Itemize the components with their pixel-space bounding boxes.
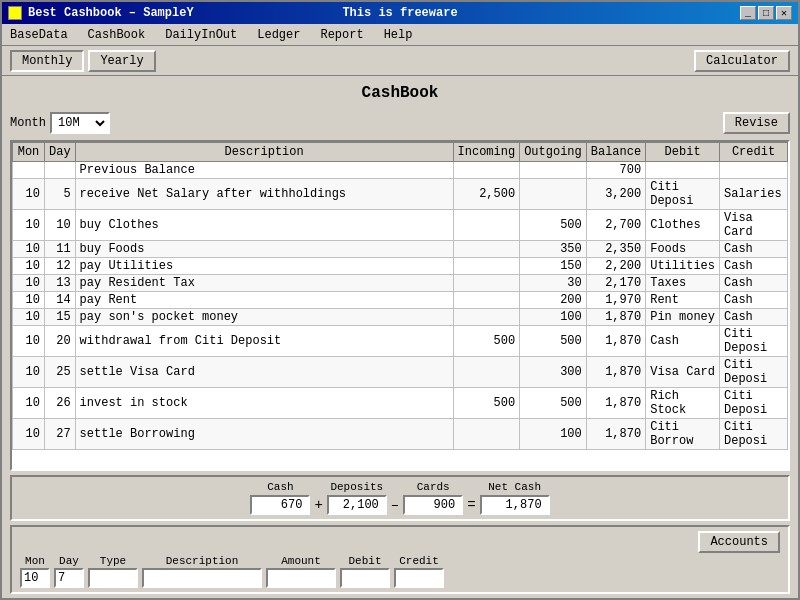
input-amount-group: Amount <box>266 555 336 588</box>
col-incoming: Incoming <box>453 143 520 162</box>
col-debit: Debit <box>646 143 720 162</box>
col-desc: Description <box>75 143 453 162</box>
table-row[interactable]: Previous Balance700 <box>13 162 788 179</box>
input-debit-group: Debit <box>340 555 390 588</box>
input-debit[interactable] <box>340 568 390 588</box>
input-debit-label: Debit <box>348 555 381 567</box>
toolbar: Monthly Yearly Calculator <box>2 46 798 76</box>
col-outgoing: Outgoing <box>520 143 587 162</box>
table-row[interactable]: 1020withdrawal from Citi Deposit5005001,… <box>13 326 788 357</box>
minus-sign: – <box>391 497 399 513</box>
content-area: CashBook Month 10M 1M2M3M 4M5M6M 7M8M9M … <box>2 76 798 598</box>
col-mon: Mon <box>13 143 45 162</box>
cashbook-table: Mon Day Description Incoming Outgoing Ba… <box>12 142 788 450</box>
input-amount-label: Amount <box>281 555 321 567</box>
revise-button[interactable]: Revise <box>723 112 790 134</box>
month-selector: Month 10M 1M2M3M 4M5M6M 7M8M9M 11M12M <box>10 112 110 134</box>
page-title: CashBook <box>10 80 790 106</box>
col-balance: Balance <box>586 143 645 162</box>
netcash-value: 1,870 <box>480 495 550 515</box>
input-mon-group: Mon <box>20 555 50 588</box>
app-icon <box>8 6 22 20</box>
input-mon[interactable] <box>20 568 50 588</box>
menu-help[interactable]: Help <box>380 26 417 44</box>
cashbook-table-container: Mon Day Description Incoming Outgoing Ba… <box>10 140 790 471</box>
calculator-button[interactable]: Calculator <box>694 50 790 72</box>
summary-bar: Cash 670 + Deposits 2,100 – Cards 900 = … <box>10 475 790 521</box>
month-select[interactable]: 10M 1M2M3M 4M5M6M 7M8M9M 11M12M <box>50 112 110 134</box>
table-row[interactable]: 1011buy Foods3502,350FoodsCash <box>13 241 788 258</box>
netcash-summary: Net Cash 1,870 <box>480 481 550 515</box>
table-row[interactable]: 1010buy Clothes5002,700ClothesVisa Card <box>13 210 788 241</box>
plus-sign: + <box>314 497 322 513</box>
month-label: Month <box>10 116 46 130</box>
input-desc-group: Description <box>142 555 262 588</box>
menu-cashbook[interactable]: CashBook <box>84 26 150 44</box>
col-day: Day <box>45 143 76 162</box>
input-credit-group: Credit <box>394 555 444 588</box>
table-row[interactable]: 1027settle Borrowing1001,870Citi BorrowC… <box>13 419 788 450</box>
title-bar-left: Best Cashbook – SampleY <box>8 6 194 20</box>
table-row[interactable]: 1012pay Utilities1502,200UtilitiesCash <box>13 258 788 275</box>
table-row[interactable]: 1013pay Resident Tax302,170TaxesCash <box>13 275 788 292</box>
input-amount[interactable] <box>266 568 336 588</box>
input-fields: Mon Day Type Description Amount <box>20 555 780 588</box>
equals-sign: = <box>467 497 475 513</box>
table-row[interactable]: 1026invest in stock5005001,870Rich Stock… <box>13 388 788 419</box>
input-mon-label: Mon <box>25 555 45 567</box>
accounts-button[interactable]: Accounts <box>698 531 780 553</box>
close-btn[interactable]: ✕ <box>776 6 792 20</box>
table-row[interactable]: 1025settle Visa Card3001,870Visa CardCit… <box>13 357 788 388</box>
menu-basedata[interactable]: BaseData <box>6 26 72 44</box>
input-type[interactable] <box>88 568 138 588</box>
month-row: Month 10M 1M2M3M 4M5M6M 7M8M9M 11M12M Re… <box>10 110 790 136</box>
table-row[interactable]: 1015pay son's pocket money1001,870Pin mo… <box>13 309 788 326</box>
input-type-label: Type <box>100 555 126 567</box>
cash-label: Cash <box>267 481 293 493</box>
input-day-group: Day <box>54 555 84 588</box>
cards-value: 900 <box>403 495 463 515</box>
input-row-header: Accounts <box>20 531 780 553</box>
col-credit: Credit <box>720 143 788 162</box>
input-type-group: Type <box>88 555 138 588</box>
yearly-button[interactable]: Yearly <box>88 50 155 72</box>
table-row[interactable]: 1014pay Rent2001,970RentCash <box>13 292 788 309</box>
cash-summary: Cash 670 <box>250 481 310 515</box>
input-desc-label: Description <box>166 555 239 567</box>
title-bar: Best Cashbook – SampleY This is freeware… <box>2 2 798 24</box>
input-row: Accounts Mon Day Type Description <box>10 525 790 594</box>
title-bar-buttons: _ □ ✕ <box>740 6 792 20</box>
deposits-summary: Deposits 2,100 <box>327 481 387 515</box>
menu-ledger[interactable]: Ledger <box>253 26 304 44</box>
maximize-btn[interactable]: □ <box>758 6 774 20</box>
input-credit-label: Credit <box>399 555 439 567</box>
window-subtitle: This is freeware <box>342 6 457 20</box>
deposits-label: Deposits <box>330 481 383 493</box>
deposits-value: 2,100 <box>327 495 387 515</box>
input-credit[interactable] <box>394 568 444 588</box>
main-window: Best Cashbook – SampleY This is freeware… <box>0 0 800 600</box>
menu-bar: BaseData CashBook DailyInOut Ledger Repo… <box>2 24 798 46</box>
table-row[interactable]: 105receive Net Salary after withholdings… <box>13 179 788 210</box>
minimize-btn[interactable]: _ <box>740 6 756 20</box>
input-day-label: Day <box>59 555 79 567</box>
input-description[interactable] <box>142 568 262 588</box>
cards-summary: Cards 900 <box>403 481 463 515</box>
menu-dailyinout[interactable]: DailyInOut <box>161 26 241 44</box>
netcash-label: Net Cash <box>488 481 541 493</box>
input-day[interactable] <box>54 568 84 588</box>
window-title: Best Cashbook – SampleY <box>28 6 194 20</box>
cash-value: 670 <box>250 495 310 515</box>
cards-label: Cards <box>417 481 450 493</box>
monthly-button[interactable]: Monthly <box>10 50 84 72</box>
menu-report[interactable]: Report <box>316 26 367 44</box>
